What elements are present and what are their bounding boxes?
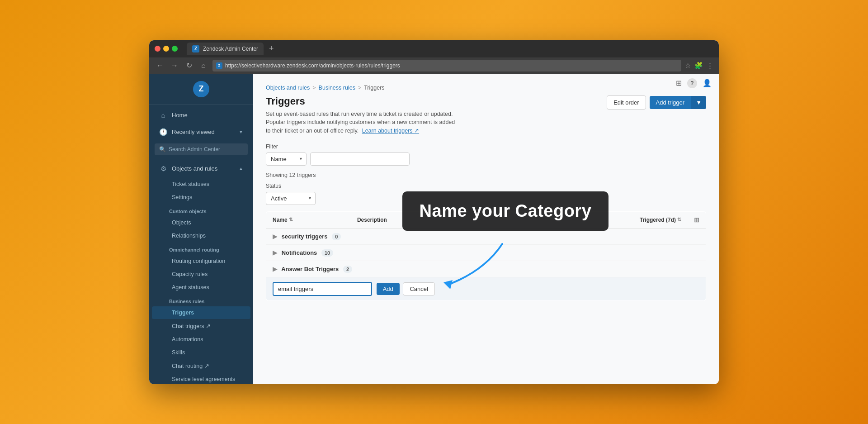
filter-label: Filter: [266, 143, 706, 150]
sidebar-subitem-ticket-statuses[interactable]: Ticket statuses: [152, 178, 250, 191]
objects-label: Objects: [172, 219, 191, 226]
tab-label: Zendesk Admin Center: [203, 46, 258, 52]
sidebar-item-objects-rules[interactable]: ⚙ Objects and rules ▲: [152, 161, 250, 177]
address-favicon: Z: [216, 62, 222, 69]
recently-viewed-label: Recently viewed: [172, 129, 215, 135]
columns-icon[interactable]: ⊞: [694, 216, 699, 224]
breadcrumb-part1[interactable]: Objects and rules: [266, 85, 310, 91]
sidebar-subitem-chat-routing[interactable]: Chat routing ↗: [152, 359, 250, 372]
category-badge-1: 0: [332, 233, 341, 240]
objects-rules-left: ⚙ Objects and rules: [159, 165, 217, 173]
table-row: ▶ security triggers 0: [266, 228, 706, 244]
menu-icon[interactable]: ⋮: [707, 62, 713, 70]
sidebar-subitem-chat-triggers[interactable]: Chat triggers ↗: [152, 319, 250, 333]
category-toggle-2[interactable]: ▶: [273, 249, 277, 256]
sidebar-subitem-sla[interactable]: Service level agreements: [152, 373, 250, 384]
toolbar-icons: ☆ 🧩 ⋮: [685, 62, 713, 70]
triggers-label: Triggers: [172, 310, 194, 316]
sidebar-subitem-relationships[interactable]: Relationships: [152, 229, 250, 242]
bookmark-icon[interactable]: ☆: [685, 62, 691, 70]
home-button[interactable]: ⌂: [198, 60, 209, 71]
sidebar-subitem-triggers[interactable]: Triggers: [152, 306, 250, 319]
sidebar-item-home[interactable]: ⌂ Home: [152, 107, 250, 123]
user-icon[interactable]: 👤: [703, 79, 712, 87]
category-cell-2: ▶ Notifications 10: [266, 244, 706, 261]
col-actions-header: ⊞: [688, 211, 706, 228]
refresh-button[interactable]: ↻: [184, 60, 194, 71]
breadcrumb-sep2: >: [358, 85, 361, 91]
showing-text: Showing 12 triggers: [266, 172, 706, 178]
help-icon[interactable]: ?: [687, 78, 697, 88]
learn-link[interactable]: Learn about triggers ↗: [362, 128, 419, 134]
sidebar-subitem-agent-statuses[interactable]: Agent statuses: [152, 281, 250, 294]
triggered-sort[interactable]: Triggered (7d) ⇅: [640, 217, 681, 223]
table-body: ▶ security triggers 0 ▶ Notifications 10: [266, 228, 706, 300]
extension-icon[interactable]: 🧩: [694, 62, 703, 70]
objects-rules-subsection: Ticket statuses Settings Custom objects …: [149, 177, 253, 384]
close-button[interactable]: [155, 46, 160, 52]
category-badge-2: 10: [321, 249, 333, 257]
url-text: https://selectivehardware.zendesk.com/ad…: [225, 62, 678, 69]
browser-tab[interactable]: Z Zendesk Admin Center: [187, 43, 264, 55]
add-trigger-button[interactable]: Add trigger: [650, 96, 691, 109]
search-box[interactable]: 🔍 Search Admin Center: [155, 143, 248, 155]
col-triggered-label: Triggered (7d): [640, 217, 676, 223]
col-name-label: Name: [273, 217, 288, 223]
category-cell: ▶ security triggers 0: [266, 228, 706, 244]
home-label: Home: [172, 112, 188, 119]
page-description: Set up event-based rules that run every …: [266, 110, 460, 135]
top-bar: ⊞ ? 👤: [669, 74, 719, 93]
status-label: Status: [266, 183, 706, 189]
forward-button[interactable]: →: [169, 60, 180, 71]
back-button[interactable]: ←: [155, 60, 165, 71]
new-category-input[interactable]: [273, 282, 372, 296]
grid-icon[interactable]: ⊞: [676, 79, 682, 87]
chat-triggers-label: Chat triggers ↗: [172, 323, 211, 329]
breadcrumb: Objects and rules > Business rules > Tri…: [266, 85, 706, 91]
status-filter-select[interactable]: Active: [266, 192, 316, 205]
edit-order-button[interactable]: Edit order: [607, 95, 646, 110]
sidebar-logo: Z: [149, 74, 253, 105]
maximize-button[interactable]: [172, 46, 178, 52]
name-filter-select[interactable]: Name: [266, 152, 307, 166]
name-sort[interactable]: Name ⇅: [273, 217, 293, 223]
table-header-row: Name ⇅ Description Triggered (7d) ⇅: [266, 211, 706, 228]
relationships-label: Relationships: [172, 233, 206, 239]
traffic-lights: [155, 46, 178, 52]
category-toggle-1[interactable]: ▶: [273, 233, 277, 240]
zendesk-logo-icon: Z: [193, 81, 209, 97]
search-filter-input[interactable]: [310, 152, 410, 166]
filter-section: Filter Name: [266, 143, 706, 166]
breadcrumb-part3: Triggers: [364, 85, 384, 91]
category-badge-3: 2: [343, 266, 352, 273]
recently-viewed-left: 🕐 Recently viewed: [159, 128, 215, 136]
main-content: ⊞ ? 👤 Objects and rules > Business rules…: [253, 74, 719, 384]
sort-icon: ⇅: [289, 217, 293, 223]
objects-rules-icon: ⚙: [159, 165, 167, 173]
sidebar-subitem-capacity-rules[interactable]: Capacity rules: [152, 268, 250, 281]
add-category-button[interactable]: Add: [377, 283, 400, 295]
minimize-button[interactable]: [163, 46, 169, 52]
search-placeholder: Search Admin Center: [169, 146, 220, 152]
col-triggered-header[interactable]: Triggered (7d) ⇅: [549, 211, 688, 228]
category-cell-3: ▶ Answer Bot Triggers 2: [266, 261, 706, 277]
address-bar[interactable]: Z https://selectivehardware.zendesk.com/…: [212, 60, 681, 71]
add-trigger-dropdown-button[interactable]: ▼: [691, 96, 706, 109]
cancel-category-button[interactable]: Cancel: [403, 282, 434, 295]
new-category-cell: Add Cancel: [266, 277, 706, 300]
col-name-header[interactable]: Name ⇅: [266, 211, 351, 228]
objects-rules-chevron: ▲: [239, 166, 243, 171]
sidebar-subitem-skills[interactable]: Skills: [152, 346, 250, 359]
table-row: ▶ Notifications 10: [266, 244, 706, 261]
new-tab-button[interactable]: +: [269, 44, 274, 53]
breadcrumb-part2[interactable]: Business rules: [319, 85, 355, 91]
sidebar-subitem-objects[interactable]: Objects: [152, 216, 250, 229]
category-toggle-3[interactable]: ▶: [273, 266, 277, 272]
capacity-rules-label: Capacity rules: [172, 271, 208, 277]
col-description-header: Description: [351, 211, 549, 228]
sidebar-item-recently-viewed[interactable]: 🕐 Recently viewed ▼: [152, 124, 250, 140]
sidebar-subitem-settings[interactable]: Settings: [152, 191, 250, 204]
triggers-table: Name ⇅ Description Triggered (7d) ⇅: [266, 211, 706, 301]
sidebar-subitem-automations[interactable]: Automations: [152, 333, 250, 346]
sidebar-subitem-routing-config[interactable]: Routing configuration: [152, 255, 250, 267]
